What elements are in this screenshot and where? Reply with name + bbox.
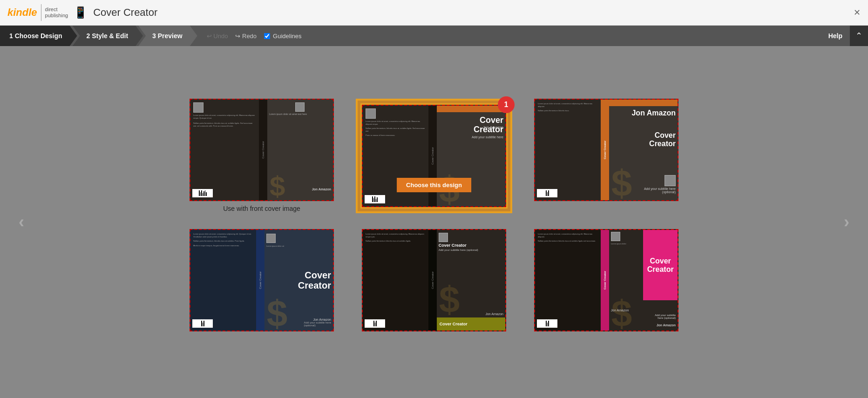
publishing-text: directpublishing <box>45 7 68 19</box>
collapse-button[interactable]: ⌃ <box>850 26 868 46</box>
logo-divider <box>41 4 41 21</box>
toolbar-actions: ↩ Undo ↪ Redo Guidelines <box>197 26 311 46</box>
cover-item-4[interactable]: Lorem ipsum dolor sit amet, consectetur … <box>190 229 334 331</box>
prev-arrow[interactable]: ‹ <box>19 212 24 232</box>
cover-selected-inner: 1 Lorem ipsum dolor sit amet, consectetu… <box>360 103 508 209</box>
tab-1-label: 1 Choose Design <box>9 32 62 40</box>
tab-3-label: 3 Preview <box>152 32 183 40</box>
cover-item-1[interactable]: Lorem ipsum dolor sit amet, consectetur … <box>190 99 334 212</box>
kindle-logo: kindle directpublishing <box>7 4 68 21</box>
cover-thumbnail-1: Lorem ipsum dolor sit amet, consectetur … <box>190 99 334 201</box>
next-arrow[interactable]: › <box>844 212 849 232</box>
app-title: Cover Creator <box>93 7 157 19</box>
cover-item-5[interactable]: Lorem ipsum dolor sit amet, consectetur … <box>362 229 506 331</box>
device-icon: 📱 <box>74 6 88 19</box>
kindle-brand: kindle <box>7 7 37 19</box>
cover-item-3[interactable]: Lorem ipsum dolor sit amet, consectetur … <box>534 99 678 201</box>
cover-1-label: Use with front cover image <box>223 205 300 212</box>
title-bar: kindle directpublishing 📱 Cover Creator … <box>0 0 868 26</box>
choose-design-button[interactable]: Choose this design <box>397 178 471 192</box>
tab-2-label: 2 Style & Edit <box>87 32 128 40</box>
cover-thumbnail-3: Lorem ipsum dolor sit amet, consectetur … <box>534 99 678 201</box>
cover-selected-outer: 1 Lorem ipsum dolor sit amet, consectetu… <box>356 99 512 213</box>
undo-button[interactable]: ↩ Undo <box>207 33 228 40</box>
cover-thumbnail-6: Lorem ipsum dolor sit amet, consectetur … <box>534 229 678 331</box>
guidelines-checkbox-label[interactable]: Guidelines <box>264 33 301 40</box>
close-button[interactable]: ✕ <box>854 7 861 18</box>
covers-grid: Lorem ipsum dolor sit amet, consectetur … <box>190 99 678 345</box>
cover-item-6[interactable]: Lorem ipsum dolor sit amet, consectetur … <box>534 229 678 331</box>
toolbar: 1 Choose Design 2 Style & Edit 3 Preview… <box>0 26 868 46</box>
cover-thumbnail-4: Lorem ipsum dolor sit amet, consectetur … <box>190 229 334 331</box>
tab-preview[interactable]: 3 Preview <box>138 26 197 46</box>
main-content: ‹ Lorem ipsum dolor sit amet, consectetu… <box>0 46 868 398</box>
help-button[interactable]: Help <box>828 26 842 46</box>
cover-thumbnail-5: Lorem ipsum dolor sit amet, consectetur … <box>362 229 506 331</box>
tab-style-edit[interactable]: 2 Style & Edit <box>73 26 143 46</box>
guidelines-label: Guidelines <box>273 33 301 40</box>
redo-button[interactable]: ↪ Redo <box>235 33 257 40</box>
guidelines-checkbox[interactable] <box>264 33 270 39</box>
cover-item-2-wrapper[interactable]: 1 Lorem ipsum dolor sit amet, consectetu… <box>362 99 506 213</box>
badge-number: 1 <box>498 96 515 113</box>
tab-choose-design[interactable]: 1 Choose Design <box>0 26 77 46</box>
